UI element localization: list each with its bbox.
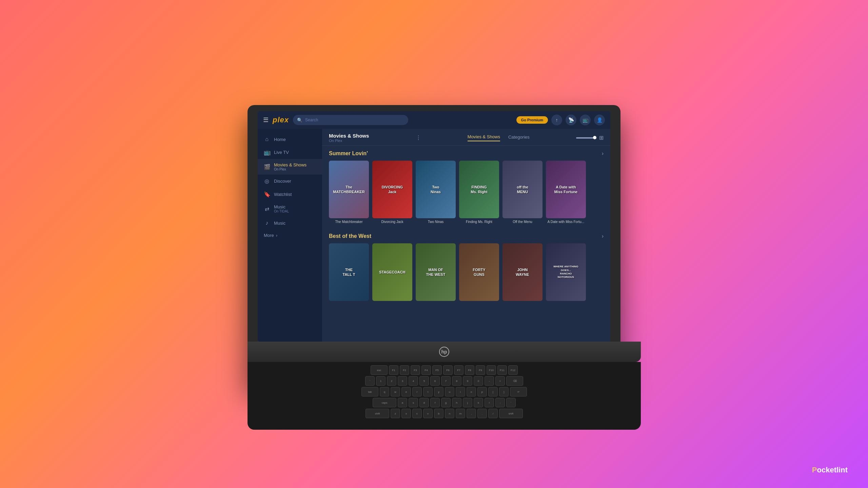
key-f4[interactable]: F4 [421,365,431,375]
key-q[interactable]: q [380,387,389,396]
key-f2[interactable]: F2 [400,365,409,375]
hamburger-icon[interactable]: ☰ [263,116,269,124]
key-e[interactable]: e [401,387,411,396]
key-shift-l[interactable]: shift [366,409,389,418]
key-j[interactable]: j [463,398,472,407]
key-3[interactable]: 3 [398,376,407,386]
key-f12[interactable]: F12 [508,365,518,375]
key-lbracket[interactable]: [ [488,387,498,396]
key-u[interactable]: u [445,387,454,396]
key-period[interactable]: . [477,409,487,418]
key-m[interactable]: m [456,409,465,418]
movie-card-matchbreaker[interactable]: TheMATCHBREAKER The Matchbreaker [329,161,369,224]
key-i[interactable]: i [456,387,465,396]
movie-card-two-ninas[interactable]: TwoNinas Two Ninas [416,161,456,224]
key-a[interactable]: a [398,398,407,407]
grid-toggle-icon[interactable]: ⊞ [599,135,604,141]
key-f6[interactable]: F6 [443,365,453,375]
key-y[interactable]: y [434,387,443,396]
key-f5[interactable]: F5 [432,365,442,375]
key-o[interactable]: o [467,387,476,396]
sidebar-item-discover[interactable]: ◎ Discover [258,175,322,188]
go-premium-button[interactable]: Go Premium [516,116,548,124]
key-f9[interactable]: F9 [476,365,485,375]
key-2[interactable]: 2 [387,376,396,386]
key-minus[interactable]: - [485,376,494,386]
key-caps[interactable]: caps [373,398,396,407]
size-slider[interactable] [576,137,596,139]
movie-card-rancho[interactable]: WHERE ANYTHINGGOES...RANCHONOTORIOUS [546,243,586,303]
sidebar-item-music[interactable]: ♪ Music [258,217,322,229]
movie-card-off-menu[interactable]: off theMENU Off the Menu [502,161,542,224]
key-z[interactable]: z [391,409,400,418]
key-g[interactable]: g [441,398,451,407]
cast-icon-button[interactable]: 📺 [580,115,591,125]
key-shift-r[interactable]: shift [499,409,523,418]
key-f8[interactable]: F8 [465,365,474,375]
key-f7[interactable]: F7 [454,365,463,375]
key-9[interactable]: 9 [463,376,472,386]
key-r[interactable]: r [412,387,422,396]
key-rbracket[interactable]: ] [499,387,509,396]
key-f1[interactable]: F1 [389,365,398,375]
key-row-asdf: caps a s d f g h j k l ; ' [373,398,516,407]
tab-movies-shows[interactable]: Movies & Shows [468,134,500,141]
sidebar-item-watchlist[interactable]: 🔖 Watchlist [258,188,322,201]
sidebar-item-home[interactable]: ⌂ Home [258,133,322,146]
sidebar-item-music-tidal[interactable]: ⇄ Music On TIDAL [258,201,322,217]
key-7[interactable]: 7 [441,376,451,386]
key-5[interactable]: 5 [419,376,429,386]
key-t[interactable]: t [423,387,433,396]
antenna-icon-button[interactable]: 📡 [566,115,576,125]
key-f11[interactable]: F11 [497,365,507,375]
sidebar-item-movies-shows[interactable]: 🎬 Movies & Shows On Plex [258,159,322,175]
upload-icon-button[interactable]: ↑ [551,115,562,125]
sidebar-item-livetv[interactable]: 📺 Live TV [258,146,322,159]
key-h[interactable]: h [452,398,461,407]
section-west-arrow-icon[interactable]: › [602,233,604,239]
key-p[interactable]: p [477,387,487,396]
key-w[interactable]: w [391,387,400,396]
movie-card-john-wayne[interactable]: JOHNWAYNE [502,243,542,303]
key-8[interactable]: 8 [452,376,461,386]
tab-categories[interactable]: Categories [508,135,530,141]
key-v[interactable]: v [423,409,433,418]
key-1[interactable]: 1 [376,376,386,386]
key-n[interactable]: n [445,409,454,418]
search-bar[interactable]: 🔍 Search [293,115,408,125]
movie-card-forty-guns[interactable]: FORTYGUNS [459,243,499,303]
key-semicolon[interactable]: ; [495,398,505,407]
key-d[interactable]: d [419,398,429,407]
key-f3[interactable]: F3 [411,365,420,375]
sidebar-more[interactable]: More › [258,229,322,241]
key-b[interactable]: b [434,409,443,418]
movie-card-divorcing-jack[interactable]: DIVORCINGJack Divorcing Jack [372,161,412,224]
key-comma[interactable]: , [467,409,476,418]
key-f10[interactable]: F10 [487,365,496,375]
key-slash[interactable]: / [488,409,498,418]
key-quote[interactable]: ' [506,398,516,407]
key-l[interactable]: l [485,398,494,407]
key-k[interactable]: k [474,398,483,407]
key-equals[interactable]: = [495,376,505,386]
key-0[interactable]: 0 [474,376,483,386]
more-options-icon[interactable]: ⋮ [416,135,421,141]
profile-icon-button[interactable]: 👤 [594,115,605,125]
key-enter[interactable]: ↵ [510,387,527,396]
key-backspace[interactable]: ⌫ [506,376,523,386]
key-tab[interactable]: tab [361,387,378,396]
movie-card-stagecoach[interactable]: STAGECOACH [372,243,412,303]
key-f[interactable]: f [430,398,440,407]
key-backtick[interactable]: ` [365,376,375,386]
movie-card-tall-t[interactable]: THETALL T [329,243,369,303]
section-summer-arrow-icon[interactable]: › [602,150,604,157]
movie-card-finding[interactable]: FINDINGMs. Right Finding Ms. Right [459,161,499,224]
key-esc[interactable]: esc [371,365,388,375]
key-x[interactable]: x [401,409,411,418]
key-c[interactable]: c [412,409,422,418]
movie-card-date[interactable]: A Date withMiss Fortune A Date with Miss… [546,161,586,224]
key-4[interactable]: 4 [409,376,418,386]
key-6[interactable]: 6 [430,376,440,386]
movie-card-man-west[interactable]: MAN OFTHE WEST [416,243,456,303]
key-s[interactable]: s [409,398,418,407]
